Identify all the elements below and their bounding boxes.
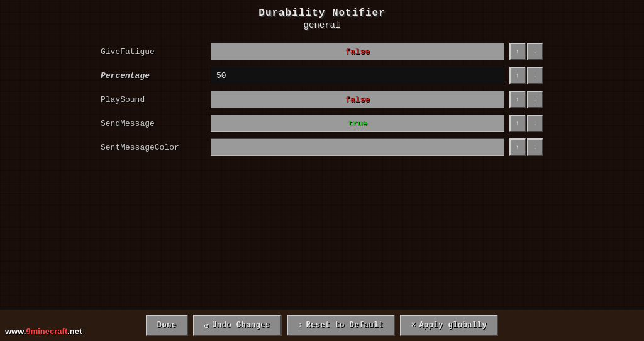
down-icon-play-sound: ↓ bbox=[533, 96, 537, 103]
page-header: Durability Notifier general bbox=[0, 0, 644, 35]
down-btn-play-sound[interactable]: ↓ bbox=[527, 91, 543, 108]
label-give-fatigue: GiveFatigue bbox=[101, 47, 211, 57]
actions-sent-message-color: ↑ ↓ bbox=[509, 138, 543, 156]
config-row-play-sound: PlaySound false ↑ ↓ bbox=[101, 89, 543, 109]
config-area: GiveFatigue false ↑ ↓ Percentage 50 ↑ ↓ bbox=[0, 35, 644, 157]
apply-globally-button[interactable]: × Apply globally bbox=[400, 315, 499, 336]
value-percentage[interactable]: 50 bbox=[211, 67, 504, 84]
up-btn-sent-message-color[interactable]: ↑ bbox=[509, 138, 526, 156]
down-icon-send-message: ↓ bbox=[533, 120, 537, 127]
config-row-sent-message-color: SentMessageColor ↑ ↓ bbox=[101, 137, 543, 157]
config-row-send-message: SendMessage true ↑ ↓ bbox=[101, 113, 543, 133]
value-text-send-message: true bbox=[348, 119, 367, 128]
value-text-give-fatigue: false bbox=[345, 47, 370, 57]
value-give-fatigue[interactable]: false bbox=[211, 43, 504, 60]
value-sent-message-color[interactable] bbox=[211, 138, 504, 156]
undo-label: Undo Changes bbox=[212, 321, 270, 330]
value-send-message[interactable]: true bbox=[211, 115, 504, 132]
watermark: www.9minecraft.net bbox=[5, 327, 82, 336]
down-icon-sent-message-color: ↓ bbox=[533, 144, 537, 151]
value-text-sent-message-color bbox=[355, 143, 360, 152]
bottom-bar: Done ↺ Undo Changes ↕ Reset to Default ×… bbox=[0, 308, 644, 341]
up-btn-give-fatigue[interactable]: ↑ bbox=[509, 43, 526, 60]
up-icon-send-message: ↑ bbox=[516, 120, 519, 127]
reset-button[interactable]: ↕ Reset to Default bbox=[287, 315, 395, 336]
watermark-suffix: .net bbox=[67, 327, 82, 336]
watermark-site: 9minecraft bbox=[26, 327, 67, 336]
up-btn-send-message[interactable]: ↑ bbox=[509, 115, 526, 132]
up-btn-play-sound[interactable]: ↑ bbox=[509, 91, 526, 108]
actions-play-sound: ↑ ↓ bbox=[509, 91, 543, 108]
page-title-sub: general bbox=[0, 20, 644, 30]
up-btn-percentage[interactable]: ↑ bbox=[509, 67, 526, 84]
down-btn-send-message[interactable]: ↓ bbox=[527, 115, 543, 132]
reset-icon: ↕ bbox=[298, 321, 303, 330]
value-text-play-sound: false bbox=[345, 95, 370, 104]
actions-send-message: ↑ ↓ bbox=[509, 115, 543, 132]
up-icon-give-fatigue: ↑ bbox=[516, 48, 519, 55]
label-percentage: Percentage bbox=[101, 71, 211, 81]
value-play-sound[interactable]: false bbox=[211, 91, 504, 108]
label-play-sound: PlaySound bbox=[101, 95, 211, 104]
done-button[interactable]: Done bbox=[146, 315, 188, 336]
apply-icon: × bbox=[411, 321, 416, 330]
page-title-main: Durability Notifier bbox=[0, 8, 644, 19]
config-row-percentage: Percentage 50 ↑ ↓ bbox=[101, 65, 543, 86]
label-sent-message-color: SentMessageColor bbox=[101, 143, 211, 152]
label-send-message: SendMessage bbox=[101, 119, 211, 128]
down-btn-give-fatigue[interactable]: ↓ bbox=[527, 43, 543, 60]
undo-button[interactable]: ↺ Undo Changes bbox=[193, 315, 282, 336]
watermark-prefix: www. bbox=[5, 327, 26, 336]
config-row-give-fatigue: GiveFatigue false ↑ ↓ bbox=[101, 42, 543, 62]
reset-label: Reset to Default bbox=[306, 321, 383, 330]
value-text-percentage: 50 bbox=[216, 71, 226, 81]
actions-give-fatigue: ↑ ↓ bbox=[509, 43, 543, 60]
down-btn-percentage[interactable]: ↓ bbox=[527, 67, 543, 84]
apply-label: Apply globally bbox=[419, 321, 487, 330]
undo-icon: ↺ bbox=[204, 321, 209, 330]
down-btn-sent-message-color[interactable]: ↓ bbox=[527, 138, 543, 156]
up-icon-sent-message-color: ↑ bbox=[516, 144, 519, 151]
up-icon-percentage: ↑ bbox=[516, 72, 519, 79]
down-icon-give-fatigue: ↓ bbox=[533, 48, 537, 55]
down-icon-percentage: ↓ bbox=[533, 72, 537, 79]
actions-percentage: ↑ ↓ bbox=[509, 67, 543, 84]
up-icon-play-sound: ↑ bbox=[516, 96, 519, 103]
